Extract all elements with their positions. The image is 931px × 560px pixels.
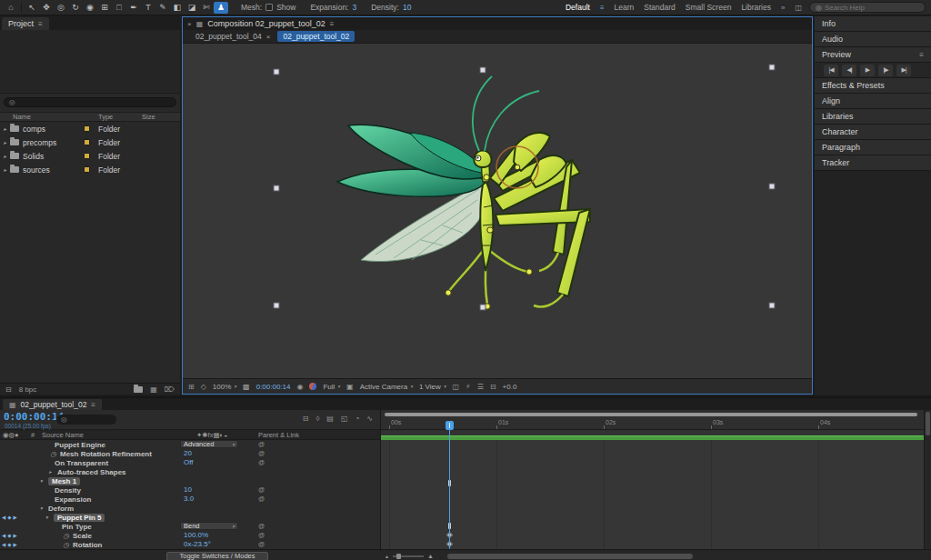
workspace-libraries[interactable]: Libraries [741,3,771,12]
group-label-selected[interactable]: Puppet Pin 5 [54,514,105,522]
workspace-switcher-icon[interactable]: ◫ [795,4,802,12]
property-label[interactable]: Scale [73,532,92,540]
pickwhip-icon[interactable]: @ [258,495,265,504]
row-expansion[interactable]: Expansion 3.0 @ [0,495,380,504]
pickwhip-icon[interactable]: @ [258,522,265,531]
property-label[interactable]: Rotation [73,541,102,549]
twirl-icon[interactable]: ▸ [4,166,6,173]
project-search-box[interactable]: ◎ [4,97,176,107]
keyframe-navigator[interactable]: ◀◆▶ [2,513,19,522]
timeline-search-box[interactable]: ◎ [56,415,116,425]
pickwhip-icon[interactable]: @ [258,531,265,540]
composition-viewer[interactable] [183,44,812,378]
stopwatch-icon[interactable]: ◷ [62,541,70,549]
timeline-button-icon[interactable]: ☰ [477,383,484,391]
workspace-default[interactable]: Default [566,3,590,12]
group-label[interactable]: Auto-traced Shapes [57,468,126,476]
property-label[interactable]: Pin Type [62,523,92,531]
property-value[interactable]: 10 [184,485,192,495]
twirl-icon[interactable]: ▸ [49,469,55,475]
stopwatch-icon[interactable]: ◷ [49,450,57,458]
timeline-track-area[interactable]: 00s 01s 02s 03s 04s [381,410,924,549]
property-label[interactable]: Mesh Rotation Refinement [60,450,152,458]
twirl-icon[interactable]: ▸ [4,125,6,132]
home-icon[interactable]: ⌂ [4,2,18,14]
property-value[interactable]: 3.0 [184,495,194,504]
property-value[interactable]: 100.0% [184,531,208,540]
zoom-slider[interactable] [393,555,424,557]
help-search-input[interactable] [825,4,919,12]
workspace-standard[interactable]: Standard [644,3,676,12]
property-value[interactable]: 0x-23.5° [184,540,211,549]
workspace-overflow-icon[interactable]: » [781,4,785,12]
timeline-horizontal-scrollbar[interactable] [447,554,693,559]
label-color-swatch[interactable] [84,153,90,159]
row-auto-traced-shapes[interactable]: ▸Auto-traced Shapes [0,467,380,476]
resolution-dropdown[interactable]: Full▾ [323,383,340,391]
grid-and-guides-icon[interactable]: ⊞ [188,383,195,391]
toggle-switches-modes-button[interactable]: Toggle Switches / Modes [166,552,268,560]
first-frame-button[interactable]: |◀ [824,65,838,76]
panel-tab-paragraph[interactable]: Paragraph [815,140,931,155]
panel-menu-icon[interactable]: ≡ [38,20,43,28]
keyframe-navigator[interactable]: ◀◆▶ [2,531,19,540]
puppet-engine-dropdown[interactable]: Advanced▾ [180,440,238,448]
new-folder-icon[interactable] [134,386,143,393]
pickwhip-icon[interactable]: @ [258,485,265,495]
mantis-upper-wings[interactable] [337,125,486,196]
previous-frame-button[interactable]: ◀| [842,65,856,76]
show-mesh-checkbox[interactable] [265,4,273,11]
pixel-aspect-icon[interactable]: ◫ [453,383,460,391]
viewer-tab-02-puppet-tool-02[interactable]: 02_puppet_tool_02 [277,31,355,42]
panel-tab-libraries[interactable]: Libraries [815,109,931,125]
close-icon[interactable]: × [266,33,271,41]
column-type[interactable]: Type [98,113,142,121]
zoom-out-icon[interactable]: ▲ [385,554,389,559]
row-scale[interactable]: ◀◆▶ ◷Scale 100.0% @ [0,531,380,540]
row-density[interactable]: Density 10 @ [0,485,380,495]
keyframe-navigator[interactable]: ◀◆▶ [2,540,19,549]
property-label[interactable]: Puppet Engine [55,441,105,449]
label-color-swatch[interactable] [84,139,90,145]
roto-brush-tool-icon[interactable]: ✄ [199,2,214,14]
column-name[interactable]: Name [0,113,84,121]
camera-view-dropdown[interactable]: Active Camera▾ [360,383,413,391]
composition-tab-label[interactable]: Composition 02_puppet_tool_02 [207,19,325,28]
panel-menu-icon[interactable]: ≡ [330,20,335,28]
timeline-tab[interactable]: ▦ 02_puppet_tool_02 ≡ [3,399,102,410]
pan-behind-tool-icon[interactable]: ⊞ [97,2,112,14]
view-layout-dropdown[interactable]: 1 View▾ [419,383,446,391]
graph-editor-icon[interactable]: ∿ [366,415,373,423]
panel-menu-icon[interactable]: ≡ [91,401,95,409]
clone-stamp-tool-icon[interactable]: ◧ [170,2,185,14]
panel-tab-effects-presets[interactable]: Effects & Presets [815,78,931,94]
panel-menu-icon[interactable]: ≡ [919,51,924,59]
time-ruler[interactable]: 00s 01s 02s 03s 04s [381,417,924,430]
row-rotation[interactable]: ◀◆▶ ◷Rotation 0x-23.5° @ [0,540,380,549]
type-tool-icon[interactable]: T [141,2,155,14]
zoom-in-icon[interactable]: ▲ [427,553,434,559]
property-label[interactable]: On Transparent [55,459,108,467]
fast-previews-icon[interactable]: ⚡ [466,383,471,391]
time-navigator-bar[interactable] [385,413,917,416]
workspace-learn[interactable]: Learn [615,3,635,12]
new-composition-icon[interactable]: ▦ [150,385,157,394]
help-search-box[interactable]: ◎ [809,2,926,13]
row-deform[interactable]: ▾Deform [0,504,380,513]
zoom-tool-icon[interactable]: ◎ [54,2,68,14]
panel-tab-audio[interactable]: Audio [815,32,931,47]
project-row-sources[interactable]: ▸sources Folder [0,163,180,176]
trash-icon[interactable]: ⌦ [165,385,175,394]
flowchart-button-icon[interactable]: ⊟ [490,383,496,391]
panel-tab-align[interactable]: Align [815,94,931,109]
parent-link-header[interactable]: Parent & Link [258,431,299,439]
zoom-slider-thumb[interactable] [396,554,401,559]
project-flowchart-icon[interactable]: ⊟ [5,385,12,394]
source-name-header[interactable]: Source Name [42,431,84,439]
composition-canvas[interactable] [183,44,812,378]
puppet-pin-tool-icon[interactable]: ♟ [214,2,228,14]
twirl-icon[interactable]: ▸ [4,139,6,145]
timeline-zoom-control[interactable]: ▲ ▲ [385,553,434,559]
show-channel-icon[interactable] [309,383,316,390]
snapshot-camera-icon[interactable]: ◉ [296,383,303,391]
